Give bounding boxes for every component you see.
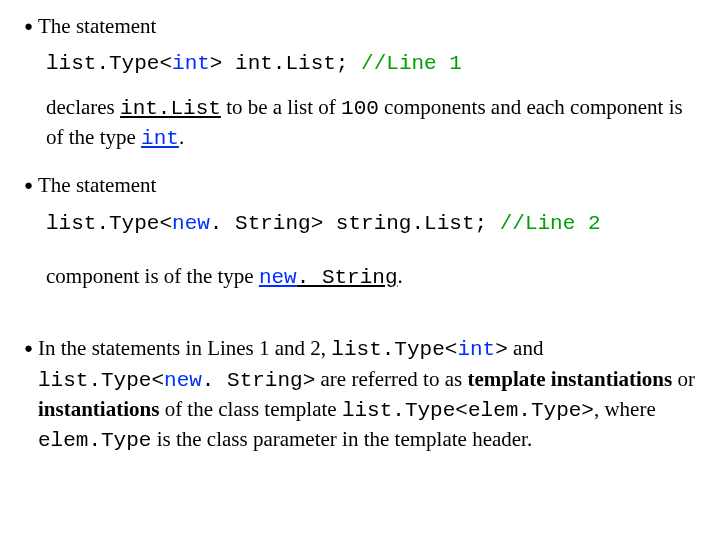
code-keyword-new: new xyxy=(172,212,210,235)
code-pre: list.Type< xyxy=(46,212,172,235)
t: component is of the type xyxy=(46,264,259,288)
code-string-u: . String xyxy=(297,266,398,289)
bullet-dot: ● xyxy=(24,171,38,199)
t: declares xyxy=(46,95,120,119)
code-comment-2: //Line 2 xyxy=(500,212,601,235)
code-line-1: list.Type<int> int.List; //Line 1 xyxy=(46,50,696,78)
lead-text-2: The statement xyxy=(38,173,156,197)
bullet-item-2: ● The statement xyxy=(24,171,696,199)
code-intlist: int.List xyxy=(120,97,221,120)
t: , where xyxy=(594,397,656,421)
code-100: 100 xyxy=(341,97,379,120)
declaration-para-2: component is of the type new. String. xyxy=(46,262,696,292)
t: and xyxy=(508,336,544,360)
spacer xyxy=(24,310,696,332)
code-int-kw: int xyxy=(457,338,495,361)
document-page: ● The statement list.Type<int> int.List;… xyxy=(0,0,720,456)
t: . xyxy=(398,264,403,288)
t: is the class parameter in the template h… xyxy=(151,427,532,451)
t: . xyxy=(179,125,184,149)
code-string-gt: . String> xyxy=(202,369,315,392)
bullet-body: The statement xyxy=(38,12,696,40)
bullet-item-1: ● The statement xyxy=(24,12,696,40)
code-pre: list.Type< xyxy=(46,52,172,75)
code-mid: . String> string.List; xyxy=(210,212,500,235)
code-new-kw: new xyxy=(164,369,202,392)
term-template-instantiations: template instantiations xyxy=(467,367,672,391)
spacer xyxy=(24,252,696,262)
t: to be a list of xyxy=(221,95,341,119)
code-listtype2: list.Type< xyxy=(38,369,164,392)
bullet-body: In the statements in Lines 1 and 2, list… xyxy=(38,334,696,455)
t: are referred to as xyxy=(315,367,467,391)
code-gt: > xyxy=(495,338,508,361)
code-listtype-elem: list.Type<elem.Type> xyxy=(342,399,594,422)
code-line-2: list.Type<new. String> string.List; //Li… xyxy=(46,210,696,238)
lead-text-1: The statement xyxy=(38,14,156,38)
bullet-dot: ● xyxy=(24,12,38,40)
code-elemtype: elem.Type xyxy=(38,429,151,452)
declaration-para-1: declares int.List to be a list of 100 co… xyxy=(46,93,696,154)
t: or xyxy=(672,367,695,391)
term-instantiations: instantiations xyxy=(38,397,159,421)
code-keyword-int: int xyxy=(172,52,210,75)
code-listtype: list.Type< xyxy=(331,338,457,361)
t: In the statements in Lines 1 and 2, xyxy=(38,336,331,360)
code-comment-1: //Line 1 xyxy=(361,52,462,75)
bullet-body: The statement xyxy=(38,171,696,199)
code-post: > int.List; xyxy=(210,52,361,75)
t: of the class template xyxy=(159,397,342,421)
bullet-dot: ● xyxy=(24,334,38,362)
bullet-item-3: ● In the statements in Lines 1 and 2, li… xyxy=(24,334,696,455)
code-new-u: new xyxy=(259,266,297,289)
code-int-u: int xyxy=(141,127,179,150)
